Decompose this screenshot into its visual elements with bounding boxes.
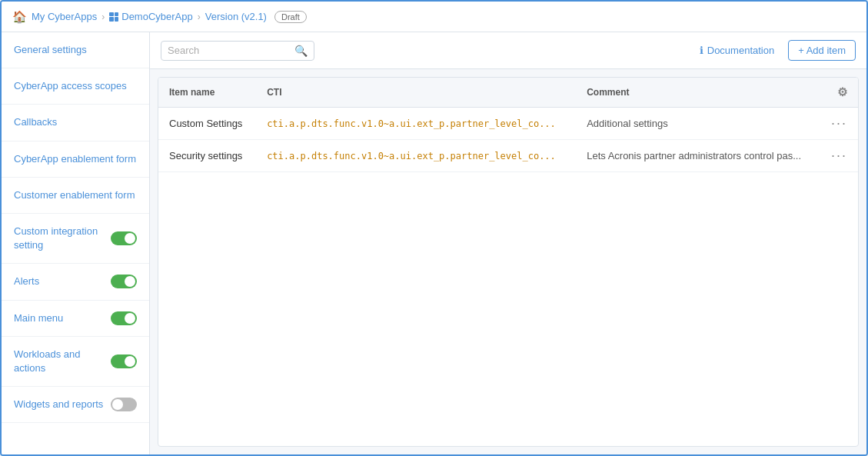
sidebar-item-workloads-and-actions[interactable]: Workloads and actions [2, 337, 149, 387]
sidebar-item-callbacks[interactable]: Callbacks [2, 105, 149, 141]
toggle-knob-main-menu [125, 313, 135, 324]
draft-badge: Draft [274, 11, 307, 23]
toggle-knob-custom-integration-setting [125, 233, 135, 244]
sidebar-item-cyberapp-enablement-form[interactable]: CyberApp enablement form [2, 141, 149, 178]
toggle-main-menu[interactable] [111, 311, 137, 325]
col-item-name: Item name [158, 78, 256, 108]
sidebar-item-alerts[interactable]: Alerts [2, 264, 149, 300]
sidebar-label-main-menu: Main menu [14, 311, 63, 325]
table-header-row: Item name CTI Comment ⚙ [158, 78, 858, 108]
toggle-knob-widgets-and-reports [112, 399, 123, 410]
breadcrumb-version[interactable]: Version (v2.1) [205, 11, 267, 22]
sidebar-label-widgets-and-reports: Widgets and reports [14, 398, 103, 411]
cell-item-name: Custom Settings [158, 108, 256, 140]
sidebar-label-cyberapp-enablement-form: CyberApp enablement form [14, 152, 136, 166]
cell-actions[interactable]: ··· [819, 108, 858, 140]
sidebar-label-workloads-and-actions: Workloads and actions [14, 348, 111, 375]
cell-comment: Additional settings [576, 108, 819, 140]
home-icon: 🏠 [12, 10, 27, 24]
main-layout: General settingsCyberApp access scopesCa… [2, 32, 866, 454]
sidebar-item-general-settings[interactable]: General settings [2, 32, 149, 68]
toggle-knob-alerts [125, 276, 135, 287]
sidebar-label-custom-integration-setting: Custom integration setting [14, 225, 111, 252]
col-settings[interactable]: ⚙ [819, 78, 858, 108]
table-row[interactable]: Custom Settingscti.a.p.dts.func.v1.0~a.u… [158, 108, 858, 140]
settings-icon[interactable]: ⚙ [837, 85, 847, 98]
items-table: Item name CTI Comment ⚙ Custom Settingsc… [158, 78, 858, 172]
sidebar-item-widgets-and-reports[interactable]: Widgets and reports [2, 387, 149, 423]
cell-actions[interactable]: ··· [819, 140, 858, 172]
sidebar-item-main-menu[interactable]: Main menu [2, 301, 149, 337]
add-item-button[interactable]: + Add item [788, 40, 856, 61]
sidebar: General settingsCyberApp access scopesCa… [2, 32, 150, 454]
sidebar-item-customer-enablement-form[interactable]: Customer enablement form [2, 178, 149, 214]
sidebar-label-general-settings: General settings [14, 43, 87, 57]
sidebar-item-custom-integration-setting[interactable]: Custom integration setting [2, 214, 149, 264]
col-comment: Comment [576, 78, 819, 108]
cell-item-name: Security settings [158, 140, 256, 172]
toolbar-actions: ℹ Documentation + Add item [693, 40, 856, 61]
content-area: 🔍 ℹ Documentation + Add item Item name [150, 32, 866, 454]
items-table-container: Item name CTI Comment ⚙ Custom Settingsc… [158, 77, 859, 447]
sidebar-label-cyberapp-access-scopes: CyberApp access scopes [14, 79, 127, 93]
toggle-workloads-and-actions[interactable] [111, 354, 137, 368]
info-icon: ℹ [700, 45, 703, 56]
search-icon: 🔍 [294, 45, 308, 57]
search-box[interactable]: 🔍 [161, 41, 314, 61]
breadcrumb-sep-2: › [198, 12, 201, 22]
col-cti: CTI [256, 78, 576, 108]
breadcrumb-app[interactable]: DemoCyberApp [109, 11, 193, 22]
breadcrumb-app-label: DemoCyberApp [121, 11, 193, 22]
sidebar-label-alerts: Alerts [14, 275, 39, 288]
toggle-alerts[interactable] [111, 275, 137, 288]
cell-cti: cti.a.p.dts.func.v1.0~a.ui.ext_p.partner… [256, 140, 576, 172]
documentation-button[interactable]: ℹ Documentation [693, 42, 780, 59]
breadcrumb-sep-1: › [101, 12, 105, 22]
sidebar-item-cyberapp-access-scopes[interactable]: CyberApp access scopes [2, 68, 149, 105]
app-window: 🏠 My CyberApps › DemoCyberApp › Version … [0, 0, 868, 456]
documentation-label: Documentation [707, 45, 774, 56]
sidebar-label-customer-enablement-form: Customer enablement form [14, 188, 135, 202]
table-row[interactable]: Security settingscti.a.p.dts.func.v1.0~a… [158, 140, 858, 172]
breadcrumb-home[interactable]: My CyberApps [32, 11, 97, 22]
cell-cti: cti.a.p.dts.func.v1.0~a.ui.ext_p.partner… [256, 108, 576, 140]
breadcrumb-bar: 🏠 My CyberApps › DemoCyberApp › Version … [2, 2, 866, 32]
sidebar-label-callbacks: Callbacks [14, 115, 57, 129]
app-grid-icon [109, 12, 118, 22]
cell-comment: Lets Acronis partner administrators cont… [576, 140, 819, 172]
toggle-knob-workloads-and-actions [125, 356, 135, 367]
content-toolbar: 🔍 ℹ Documentation + Add item [150, 32, 866, 69]
toggle-widgets-and-reports[interactable] [111, 398, 137, 411]
search-input[interactable] [168, 45, 294, 56]
toggle-custom-integration-setting[interactable] [111, 231, 137, 245]
